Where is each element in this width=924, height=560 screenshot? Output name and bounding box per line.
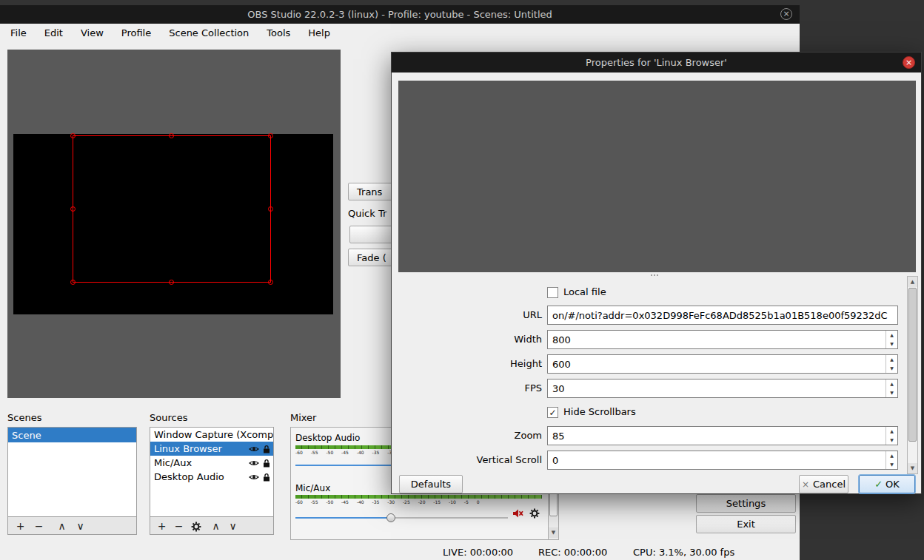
defaults-button[interactable]: Defaults [399,475,463,493]
width-spinner[interactable]: ▲ ▼ [886,331,897,348]
scroll-down-arrow-icon[interactable]: ▼ [549,527,558,538]
spin-down-icon[interactable]: ▼ [886,460,897,469]
ok-check-icon: ✓ [874,479,883,490]
lock-icon[interactable] [263,459,270,468]
menu-edit[interactable]: Edit [36,24,72,43]
scene-move-down-button[interactable]: ∨ [71,518,90,534]
resize-handle-bottom-left[interactable] [70,280,76,285]
hide-scrollbars-checkbox[interactable]: ✓ [547,407,558,418]
menu-tools[interactable]: Tools [258,24,299,43]
scene-canvas[interactable] [13,134,333,314]
visibility-eye-icon[interactable] [249,473,259,481]
scenes-toolbar: + − ∧ ∨ [7,517,137,535]
properties-scrollbar[interactable]: ▲ ▼ [907,276,918,474]
scene-move-up-button[interactable]: ∧ [53,518,71,534]
exit-button[interactable]: Exit [696,515,796,533]
dialog-close-button[interactable]: × [903,56,915,69]
local-file-label: Local file [563,286,606,298]
source-label: Linux Browser [154,443,222,454]
sources-header: Sources [150,412,187,424]
scene-list-item[interactable]: Scene [8,428,136,442]
spin-up-icon[interactable]: ▲ [886,451,897,460]
zoom-label: Zoom [392,426,542,445]
spin-up-icon[interactable]: ▲ [886,355,897,364]
source-remove-button[interactable]: − [170,518,187,534]
menu-bar: File Edit View Profile Scene Collection … [0,24,800,43]
resize-handle-middle-right[interactable] [268,206,273,212]
height-input[interactable] [548,355,886,373]
scroll-up-arrow-icon[interactable]: ▲ [908,277,917,287]
width-input[interactable] [548,331,886,348]
volume-slider[interactable] [295,517,390,519]
visibility-eye-icon[interactable] [249,459,259,467]
mute-speaker-icon[interactable] [512,508,523,521]
scrollbar-thumb[interactable] [908,288,917,442]
menu-help[interactable]: Help [299,24,339,43]
source-add-button[interactable]: + [153,518,170,534]
fps-spinner[interactable]: ▲ ▼ [886,379,897,397]
main-close-button[interactable]: × [780,8,792,20]
spin-up-icon[interactable]: ▲ [886,427,897,436]
scroll-down-arrow-icon[interactable]: ▼ [908,463,917,473]
scene-add-button[interactable]: + [11,518,30,534]
scene-item-label: Scene [12,430,41,441]
menu-view[interactable]: View [72,24,113,43]
vertical-scroll-input[interactable] [548,451,886,469]
resize-handle-bottom-center[interactable] [169,280,174,285]
spin-down-icon[interactable]: ▼ [886,388,897,397]
scene-remove-button[interactable]: − [30,518,48,534]
volume-slider-handle[interactable] [386,513,395,522]
resize-handle-bottom-right[interactable] [268,280,273,285]
source-row-window-capture[interactable]: Window Capture (Xcompo [150,428,273,442]
local-file-checkbox[interactable] [547,287,558,298]
lock-icon[interactable] [263,445,270,453]
resize-handle-top-center[interactable] [169,133,174,138]
source-move-down-button[interactable]: ∨ [224,518,241,534]
zoom-input[interactable] [548,427,886,445]
spin-down-icon[interactable]: ▼ [886,436,897,445]
zoom-field-container: ▲ ▼ [547,426,898,445]
url-input[interactable] [548,306,897,324]
zoom-spinner[interactable]: ▲ ▼ [886,427,897,445]
hide-scrollbars-label: Hide Scrollbars [563,406,636,418]
ok-button-label: OK [886,479,900,490]
spin-up-icon[interactable]: ▲ [886,331,897,340]
visibility-eye-icon[interactable] [249,445,259,453]
menu-file[interactable]: File [1,24,36,43]
spin-down-icon[interactable]: ▼ [886,364,897,373]
source-move-up-button[interactable]: ∧ [207,518,224,534]
ok-button[interactable]: ✓ OK [859,475,915,493]
status-rec: REC: 00:00:00 [538,546,607,559]
checkmark-icon: ✓ [549,408,556,417]
dialog-titlebar[interactable]: Properties for 'Linux Browser' × [392,53,921,72]
scene-preview[interactable] [7,50,341,398]
spin-up-icon[interactable]: ▲ [886,379,897,388]
settings-button[interactable]: Settings [696,494,796,513]
height-spinner[interactable]: ▲ ▼ [886,355,897,373]
channel-settings-gear-icon[interactable] [529,508,540,521]
sources-list: Window Capture (Xcompo Linux Browser Mic… [150,427,274,517]
resize-handle-top-right[interactable] [268,133,273,138]
spin-down-icon[interactable]: ▼ [886,340,897,348]
lock-icon[interactable] [263,473,270,482]
source-selection-rect[interactable] [73,135,271,283]
source-row-linux-browser[interactable]: Linux Browser [150,442,273,456]
volume-slider-track[interactable] [395,517,508,519]
meter-scale: -60 -55 -50 -45 -40 -35 -30 -25 -20 -15 … [295,499,542,505]
source-row-mic-aux[interactable]: Mic/Aux [150,456,273,470]
source-label: Window Capture (Xcompo [154,429,273,440]
cancel-button[interactable]: × Cancel [799,475,848,493]
scenes-header: Scenes [7,412,41,424]
menu-scene-collection[interactable]: Scene Collection [160,24,258,43]
splitter-handle[interactable] [648,274,661,277]
resize-handle-top-left[interactable] [70,133,76,138]
source-row-desktop-audio[interactable]: Desktop Audio [150,470,273,484]
resize-handle-middle-left[interactable] [70,206,76,212]
menu-profile[interactable]: Profile [113,24,160,43]
desktop: OBS Studio 22.0.2-3 (linux) - Profile: y… [0,0,924,560]
source-properties-gear-icon[interactable] [187,518,204,534]
main-titlebar[interactable]: OBS Studio 22.0.2-3 (linux) - Profile: y… [0,5,800,24]
vertical-scroll-spinner[interactable]: ▲ ▼ [886,451,897,469]
fps-input[interactable] [548,379,886,397]
vertical-scroll-label: Vertical Scroll [392,451,542,470]
